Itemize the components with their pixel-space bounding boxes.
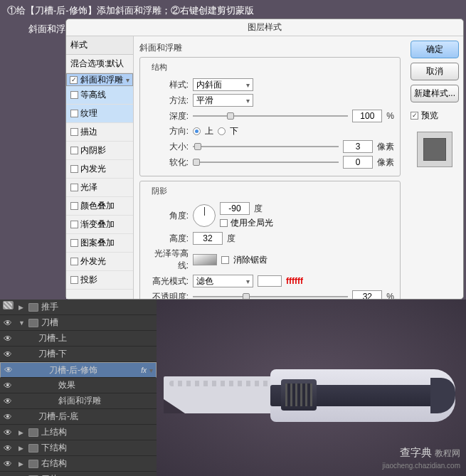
eye-icon[interactable]: 👁 — [3, 459, 13, 469]
sidebar-item-texture[interactable]: 纹理 — [66, 105, 133, 123]
eye-icon[interactable]: 👁 — [3, 349, 13, 359]
new-style-button[interactable]: 新建样式... — [411, 85, 459, 102]
unit: % — [386, 111, 394, 121]
layer-name: 斜面和浮雕 — [58, 395, 154, 407]
eye-icon[interactable]: 👁 — [3, 334, 13, 344]
sidebar-head[interactable]: 样式 — [66, 36, 133, 55]
fx-badge[interactable]: fx — [141, 366, 147, 374]
styles-sidebar: 样式 混合选项:默认 斜面和浮雕 等高线 纹理 描边 内阴影 内发光 光泽 颜色… — [66, 36, 134, 299]
ok-button[interactable]: 确定 — [411, 41, 459, 58]
soften-slider[interactable] — [193, 157, 339, 167]
layer-row[interactable]: 👁刀槽-后-底 — [0, 409, 157, 425]
highlight-mode-select[interactable]: 滤色 — [193, 275, 253, 287]
fold-icon[interactable]: ▼ — [18, 319, 26, 327]
sidebar-label: 内阴影 — [80, 144, 106, 157]
eye-icon[interactable]: 👁 — [3, 443, 13, 453]
antialias-label: 消除锯齿 — [233, 254, 268, 266]
antialias-checkbox[interactable] — [221, 256, 229, 264]
fold-icon[interactable]: ▶ — [18, 445, 26, 452]
sidebar-item-bevel[interactable]: 斜面和浮雕 — [66, 73, 133, 86]
sidebar-item-stroke[interactable]: 描边 — [66, 123, 133, 142]
layer-row[interactable]: 👁▶下结构 — [0, 440, 157, 456]
highlight-color-swatch[interactable] — [258, 275, 282, 287]
checkbox-icon[interactable] — [70, 239, 78, 247]
sidebar-item-outer-glow[interactable]: 外发光 — [66, 253, 133, 271]
radio-down[interactable] — [218, 127, 226, 135]
layer-name: 上结构 — [41, 426, 154, 438]
highlight-opacity-slider[interactable] — [193, 292, 348, 299]
folder-icon — [28, 319, 38, 327]
layer-name: 刀槽-上 — [38, 332, 154, 344]
size-input[interactable]: 3 — [343, 140, 373, 153]
sidebar-item-color-overlay[interactable]: 颜色叠加 — [66, 197, 133, 216]
size-slider[interactable] — [193, 142, 339, 152]
unit: 像素 — [377, 157, 394, 169]
checkbox-icon[interactable] — [70, 128, 78, 136]
layer-row[interactable]: 👁刀槽-后-修饰fx — [0, 362, 157, 378]
highlight-mode-label: 高光模式: — [146, 275, 189, 287]
eye-icon[interactable]: 👁 — [3, 381, 13, 391]
global-light-checkbox[interactable] — [220, 219, 228, 227]
sidebar-item-drop-shadow[interactable]: 投影 — [66, 271, 133, 290]
preview-checkbox[interactable] — [411, 112, 418, 120]
eye-icon[interactable]: 👁 — [3, 318, 13, 328]
checkbox-icon[interactable] — [70, 110, 78, 117]
dialog-title: 图层样式 — [66, 19, 463, 36]
sidebar-label: 内发光 — [80, 163, 106, 175]
sidebar-item-inner-glow[interactable]: 内发光 — [66, 160, 133, 179]
eye-icon[interactable]: 👁 — [3, 412, 13, 422]
checkbox-icon[interactable] — [70, 76, 78, 84]
layer-name: 刀槽-下 — [38, 348, 154, 360]
eye-icon[interactable]: 👁 — [4, 365, 14, 375]
altitude-input[interactable]: 32 — [193, 232, 223, 245]
layer-row[interactable]: 👁斜面和浮雕 — [0, 393, 157, 409]
preview-swatch — [417, 132, 452, 167]
sidebar-item-pattern-overlay[interactable]: 图案叠加 — [66, 234, 133, 253]
checkbox-icon[interactable] — [70, 202, 78, 210]
sidebar-item-gradient-overlay[interactable]: 渐变叠加 — [66, 216, 133, 234]
unit: 度 — [227, 233, 235, 245]
layer-row[interactable]: 👁▶刀片 — [0, 472, 157, 476]
unit: 度 — [254, 203, 263, 215]
layer-row[interactable]: 👁刀槽-上 — [0, 331, 157, 347]
checkbox-icon[interactable] — [70, 276, 78, 284]
angle-input[interactable]: -90 — [220, 202, 250, 215]
checkbox-icon[interactable] — [70, 221, 78, 228]
sidebar-item-contour[interactable]: 等高线 — [66, 86, 133, 105]
method-select[interactable]: 平滑 — [193, 94, 253, 107]
layer-row[interactable]: 👁▶上结构 — [0, 425, 157, 440]
angle-label: 角度: — [146, 210, 189, 222]
fold-icon[interactable]: ▶ — [18, 429, 26, 436]
fold-icon[interactable]: ▶ — [18, 460, 26, 467]
soften-input[interactable]: 0 — [343, 156, 373, 169]
layer-row[interactable]: 👁▶右结构 — [0, 456, 157, 472]
layer-row[interactable]: 👁▼刀槽 — [0, 315, 157, 331]
checkbox-icon[interactable] — [70, 147, 78, 154]
checkbox-icon[interactable] — [70, 258, 78, 265]
checkbox-icon[interactable] — [70, 91, 78, 99]
shadow-group: 阴影 角度: -90度 使用全局光 高度:32度 光泽等高线:消除锯齿 高光模式… — [139, 181, 401, 299]
sidebar-label: 外发光 — [80, 255, 106, 268]
eye-icon[interactable]: 👁 — [3, 428, 13, 438]
fold-icon[interactable]: ▶ — [18, 304, 26, 311]
sidebar-item-inner-shadow[interactable]: 内阴影 — [66, 142, 133, 160]
depth-slider[interactable] — [193, 111, 348, 121]
canvas-preview: 查字典 教程网 jiaocheng.chazidian.com — [157, 300, 466, 476]
contour-picker[interactable] — [193, 254, 217, 265]
layer-row[interactable]: 👁效果 — [0, 378, 157, 393]
sidebar-blend-default[interactable]: 混合选项:默认 — [66, 55, 133, 73]
knife-illustration — [164, 364, 455, 431]
cancel-button[interactable]: 取消 — [411, 63, 459, 80]
depth-input[interactable]: 100 — [352, 110, 382, 122]
highlight-opacity-input[interactable]: 32 — [352, 290, 382, 299]
checkbox-icon[interactable] — [70, 165, 78, 173]
sidebar-item-satin[interactable]: 光泽 — [66, 179, 133, 197]
layer-row[interactable]: 👁刀槽-下 — [0, 347, 157, 362]
direction-label: 方向: — [146, 125, 189, 137]
style-select[interactable]: 内斜面 — [193, 78, 253, 91]
eye-icon[interactable]: 👁 — [3, 396, 13, 406]
checkbox-icon[interactable] — [70, 184, 78, 191]
layer-row[interactable]: 👁▶推手 — [0, 300, 157, 315]
radio-up[interactable] — [193, 127, 201, 135]
angle-dial[interactable] — [193, 204, 216, 227]
